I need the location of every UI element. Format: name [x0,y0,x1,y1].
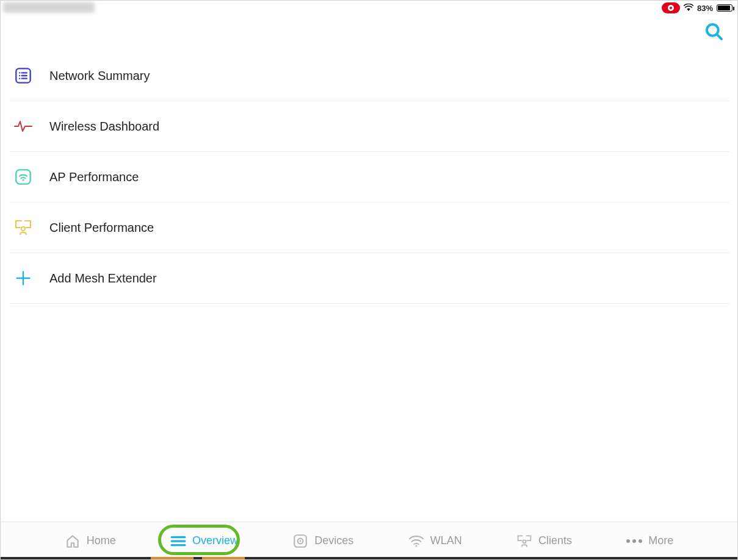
menu-item-label: Client Performance [49,221,154,235]
accent-segment [202,557,245,559]
nav-overview[interactable]: Overview [163,529,245,553]
client-icon [14,218,32,237]
svg-point-20 [415,545,417,547]
wlan-icon [408,533,424,549]
menu-item-network-summary[interactable]: Network Summary [9,51,729,101]
ap-icon [14,168,32,186]
carrier-blur [3,2,95,13]
svg-point-7 [19,78,20,79]
menu-icon [170,533,186,549]
plus-icon [14,269,32,287]
home-icon [65,533,81,549]
nav-home[interactable]: Home [57,529,123,553]
battery-percent: 83% [697,4,713,13]
bottom-edge [1,557,737,559]
clients-icon [516,533,532,549]
menu-item-ap-performance[interactable]: AP Performance [9,152,729,203]
battery-icon [717,4,733,12]
svg-point-5 [19,75,20,76]
nav-devices[interactable]: Devices [285,529,361,553]
nav-wlan[interactable]: WLAN [401,529,469,553]
menu-item-label: Add Mesh Extender [49,271,157,285]
nav-clients[interactable]: Clients [509,529,579,553]
svg-point-3 [19,72,20,73]
svg-point-19 [300,540,302,542]
more-icon [626,533,642,549]
nav-label: WLAN [430,534,462,547]
nav-label: Devices [314,534,353,547]
svg-line-1 [717,35,722,39]
menu-item-label: Wireless Dashboard [49,120,159,134]
list-icon [14,66,32,85]
menu-item-label: Network Summary [49,69,150,83]
svg-point-11 [21,227,25,231]
nav-more[interactable]: More [619,529,681,553]
search-icon[interactable] [704,22,724,44]
nav-label: Home [87,534,116,547]
bottom-nav: Home Overview Devices [1,522,737,559]
devices-icon [292,533,308,549]
screen-record-indicator [662,2,680,13]
status-bar: 83% [1,1,737,15]
top-bar [1,15,737,51]
svg-point-21 [523,540,526,543]
overview-menu: Network Summary Wireless Dashboard AP Pe… [1,51,737,304]
menu-item-wireless-dashboard[interactable]: Wireless Dashboard [9,101,729,152]
wifi-icon [684,4,693,12]
nav-label: Overview [192,534,238,547]
menu-item-client-performance[interactable]: Client Performance [9,203,729,253]
svg-point-10 [23,179,24,181]
heartbeat-icon [14,117,32,135]
nav-label: More [648,534,673,547]
menu-item-add-mesh-extender[interactable]: Add Mesh Extender [9,253,729,304]
nav-label: Clients [538,534,572,547]
menu-item-label: AP Performance [49,170,139,184]
accent-segment [151,557,194,559]
